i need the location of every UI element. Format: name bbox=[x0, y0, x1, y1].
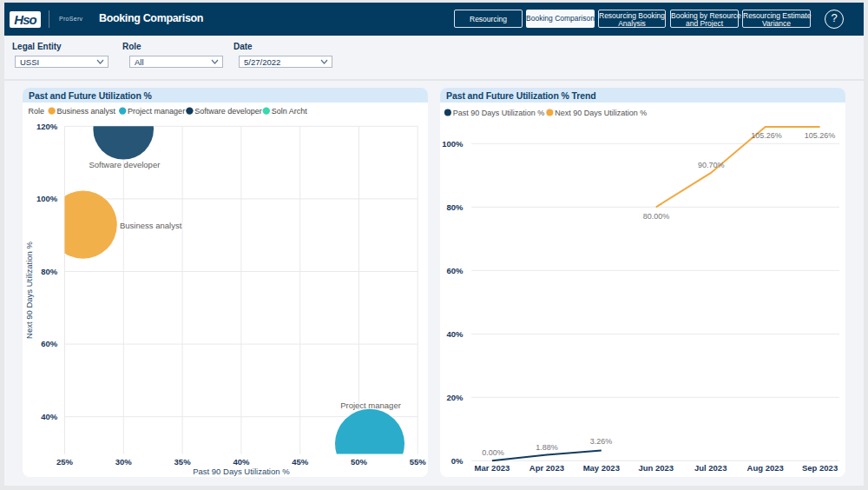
svg-text:80%: 80% bbox=[446, 202, 464, 212]
svg-text:Jun 2023: Jun 2023 bbox=[638, 463, 674, 473]
svg-text:Project manager: Project manager bbox=[340, 401, 401, 410]
svg-text:Software developer: Software developer bbox=[89, 160, 160, 169]
svg-text:80%: 80% bbox=[41, 267, 58, 276]
svg-text:1.88%: 1.88% bbox=[536, 443, 558, 452]
svg-text:30%: 30% bbox=[115, 457, 133, 467]
svg-text:Role: Role bbox=[28, 107, 44, 116]
svg-text:0.00%: 0.00% bbox=[482, 448, 504, 457]
svg-text:50%: 50% bbox=[351, 457, 368, 467]
svg-text:Next 90 Days Utilization %: Next 90 Days Utilization % bbox=[24, 241, 34, 338]
svg-text:105.26%: 105.26% bbox=[805, 131, 836, 140]
svg-text:Business analyst: Business analyst bbox=[57, 107, 116, 116]
svg-text:Mar 2023: Mar 2023 bbox=[475, 463, 510, 473]
svg-text:60%: 60% bbox=[41, 339, 58, 348]
svg-text:100%: 100% bbox=[36, 194, 58, 203]
svg-text:35%: 35% bbox=[174, 457, 192, 467]
svg-text:20%: 20% bbox=[446, 393, 464, 402]
svg-text:Sep 2023: Sep 2023 bbox=[802, 463, 838, 473]
svg-text:Jul 2023: Jul 2023 bbox=[694, 463, 727, 473]
svg-text:55%: 55% bbox=[410, 457, 427, 467]
svg-text:40%: 40% bbox=[41, 412, 58, 421]
svg-text:100%: 100% bbox=[442, 139, 464, 149]
svg-text:80.00%: 80.00% bbox=[643, 212, 670, 221]
svg-text:105.26%: 105.26% bbox=[751, 131, 782, 140]
svg-text:Past 90 Days Utilization %: Past 90 Days Utilization % bbox=[453, 109, 545, 117]
svg-text:May 2023: May 2023 bbox=[583, 463, 620, 473]
svg-text:Next 90 Days Utilization %: Next 90 Days Utilization % bbox=[555, 109, 647, 117]
svg-text:120%: 120% bbox=[36, 122, 58, 131]
svg-text:Business analyst: Business analyst bbox=[120, 221, 182, 230]
svg-text:Soln Archt: Soln Archt bbox=[272, 107, 308, 116]
svg-text:Past 90 Days Utilization %: Past 90 Days Utilization % bbox=[193, 467, 290, 476]
svg-text:40%: 40% bbox=[446, 329, 464, 339]
svg-text:Aug 2023: Aug 2023 bbox=[747, 463, 784, 473]
svg-text:3.26%: 3.26% bbox=[590, 437, 613, 446]
svg-text:60%: 60% bbox=[446, 266, 464, 275]
svg-text:Project manager: Project manager bbox=[128, 107, 185, 116]
svg-text:45%: 45% bbox=[292, 457, 309, 467]
svg-text:0%: 0% bbox=[451, 456, 464, 466]
svg-text:90.70%: 90.70% bbox=[698, 161, 725, 169]
svg-text:Software developer: Software developer bbox=[194, 107, 262, 116]
svg-text:Apr 2023: Apr 2023 bbox=[529, 463, 564, 473]
svg-text:25%: 25% bbox=[56, 457, 74, 467]
svg-text:40%: 40% bbox=[233, 457, 250, 467]
